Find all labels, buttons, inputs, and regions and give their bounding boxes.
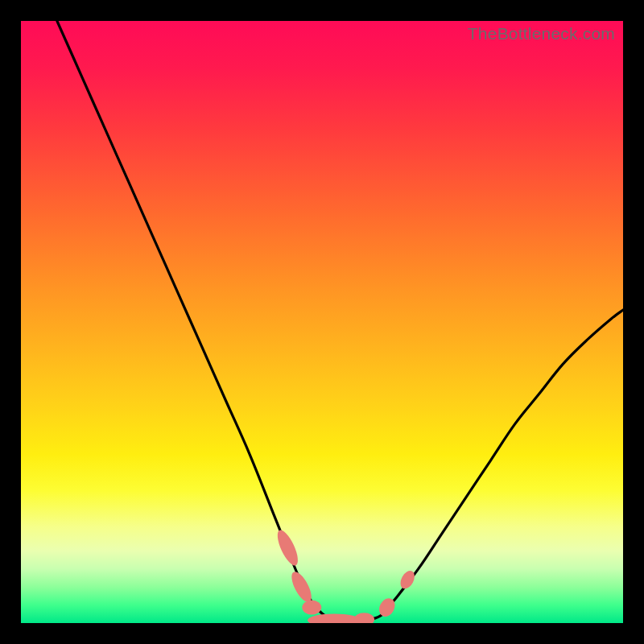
- chart-plot-area: TheBottleneck.com: [21, 21, 623, 623]
- bottleneck-curve: [57, 21, 623, 621]
- curve-markers: [274, 527, 418, 623]
- chart-svg: [21, 21, 623, 623]
- curve-marker: [274, 527, 302, 568]
- chart-frame: TheBottleneck.com: [0, 0, 644, 644]
- curve-marker: [398, 568, 417, 591]
- curve-marker: [302, 601, 321, 615]
- curve-marker: [354, 613, 374, 623]
- curve-marker: [308, 613, 361, 623]
